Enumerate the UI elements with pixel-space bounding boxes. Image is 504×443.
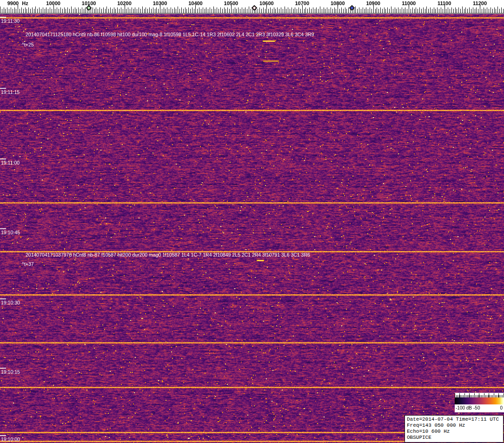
date-time-line: Date=2014-07-04 Time=17:11 UTC [407,417,501,423]
colorbar-labels: -100 dB -50 0 [455,404,504,412]
freq-axis-label-11200: 11200 [473,0,487,6]
colorbar-minor-ticks [455,395,504,397]
frequency-line: Freq=143 050 000 Hz [407,423,501,429]
freq-axis-label-10000: 10000 [46,0,60,6]
status-info-box: Date=2014-07-04 Time=17:11 UTC Freq=143 … [405,415,504,443]
freq-axis-label-10900: 10900 [366,0,380,6]
spectrogram-canvas [0,14,504,443]
freq-axis-label-10700: 10700 [295,0,309,6]
freq-axis-label-text: 10700 [295,0,309,6]
freq-axis-label-text: 10400 [188,0,203,6]
freq-axis-label-text: 10600 [259,0,274,6]
freq-axis-label-text: 10200 [117,0,132,6]
station-line: OBSUPICE [407,435,501,441]
freq-axis-label-9900: 9900Hz [7,0,28,6]
spectrogram-app: 9900Hz1000010100102001030010400105001060… [0,0,504,443]
colorbar: -100 dB -50 0 [455,393,504,412]
freq-axis-label-10300: 10300 [153,0,167,6]
freq-axis-label-10600: 10600 [259,0,274,6]
freq-axis-label-11100: 11100 [438,0,451,6]
freq-axis-label-text: 11100 [438,0,451,6]
freq-axis-label-10500: 10500 [224,0,239,6]
echo-line: Echo=10 600 Hz [407,429,501,435]
colorbar-max-label: 0 [500,405,503,410]
freq-axis-label-text: 9900 [7,0,19,6]
colorbar-gradient [455,397,504,404]
freq-axis-label-text: 11200 [473,0,487,6]
freq-axis-label-11000: 11000 [402,0,416,6]
freq-axis-label-text: 10500 [224,0,239,6]
freq-axis-label-10400: 10400 [188,0,203,6]
colorbar-ticks [455,393,504,397]
freq-axis-label-text: 10300 [153,0,167,6]
freq-axis-label-text: 10800 [331,0,345,6]
frequency-ruler: 9900Hz1000010100102001030010400105001060… [0,0,504,14]
freq-axis-label-text: 10000 [46,0,60,6]
waterfall-display: 19:11:3019:11:1519:11:0019:10:4519:10:30… [0,14,504,443]
freq-axis-label-10200: 10200 [117,0,132,6]
freq-axis-label-text: 10900 [366,0,380,6]
colorbar-min-label: -100 dB [456,405,472,410]
freq-axis-label-10800: 10800 [331,0,345,6]
freq-axis-label-text: 11000 [402,0,416,6]
freq-axis-unit-label: Hz [22,0,28,6]
colorbar-mid-label: -50 [473,405,480,410]
